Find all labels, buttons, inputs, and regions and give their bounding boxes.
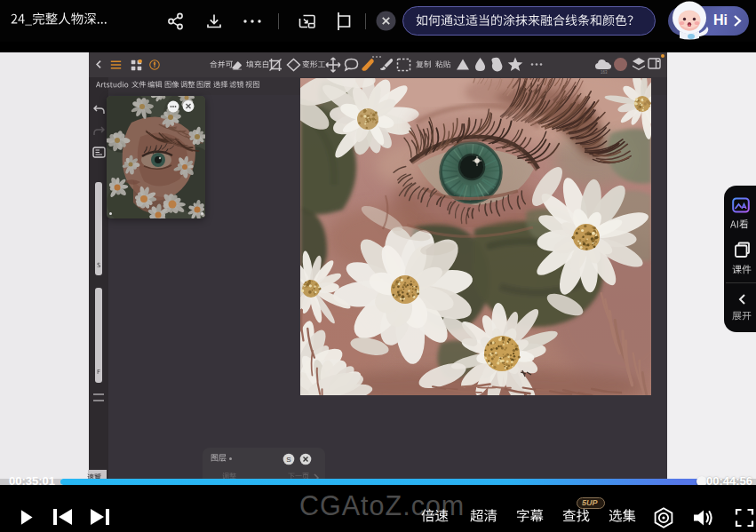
svg-text:S: S [286,456,290,464]
